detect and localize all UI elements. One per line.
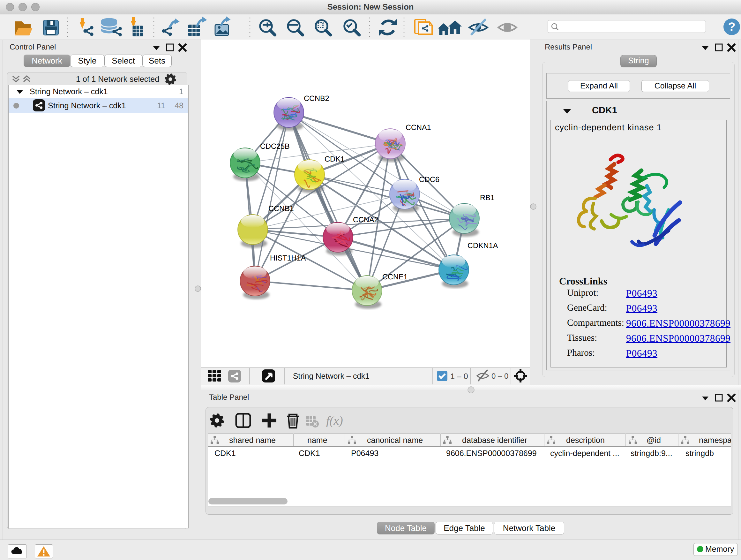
- svg-text:CCNA2: CCNA2: [353, 215, 379, 224]
- svg-text:String Network – cdk1: String Network – cdk1: [48, 101, 126, 110]
- svg-text:9606.ENSP00000378699: 9606.ENSP00000378699: [446, 449, 537, 458]
- svg-text:HIST1H1A: HIST1H1A: [270, 254, 306, 262]
- svg-text:?: ?: [728, 20, 736, 33]
- svg-text:CCNB2: CCNB2: [304, 94, 329, 103]
- svg-text:48: 48: [175, 101, 184, 110]
- svg-text:stringdb: stringdb: [685, 449, 714, 458]
- svg-text:0 – 0: 0 – 0: [491, 372, 509, 381]
- svg-text:CCNA1: CCNA1: [406, 123, 431, 132]
- svg-text:String Network – cdk1: String Network – cdk1: [293, 372, 369, 381]
- svg-text:cyclin-dependent ...: cyclin-dependent ...: [550, 449, 619, 458]
- svg-text:11: 11: [157, 101, 165, 110]
- svg-text:CDKN1A: CDKN1A: [468, 241, 498, 250]
- svg-text:1: 1: [179, 87, 184, 96]
- svg-text:String Network – cdk1: String Network – cdk1: [30, 87, 108, 96]
- svg-text:1 – 0: 1 – 0: [450, 372, 468, 381]
- svg-text:CCNB1: CCNB1: [268, 204, 294, 212]
- svg-text:P06493: P06493: [351, 449, 379, 458]
- svg-text:description: description: [566, 436, 605, 445]
- svg-text:RB1: RB1: [480, 193, 495, 202]
- svg-text:canonical name: canonical name: [367, 436, 423, 445]
- svg-text:@id: @id: [647, 436, 661, 445]
- svg-text:namespac: namespac: [699, 436, 731, 445]
- svg-text:f(x): f(x): [326, 414, 343, 428]
- svg-text:CDC25B: CDC25B: [260, 142, 290, 150]
- svg-text:CDC6: CDC6: [419, 175, 440, 184]
- svg-text:stringdb:9...: stringdb:9...: [630, 449, 672, 458]
- svg-text:database identifier: database identifier: [462, 436, 527, 445]
- svg-text:CDK1: CDK1: [299, 449, 320, 458]
- svg-text:CCNE1: CCNE1: [382, 273, 408, 281]
- svg-text:shared name: shared name: [229, 436, 276, 445]
- svg-text:name: name: [307, 436, 327, 445]
- svg-text:CDK1: CDK1: [325, 155, 345, 163]
- svg-text:CDK1: CDK1: [214, 449, 236, 458]
